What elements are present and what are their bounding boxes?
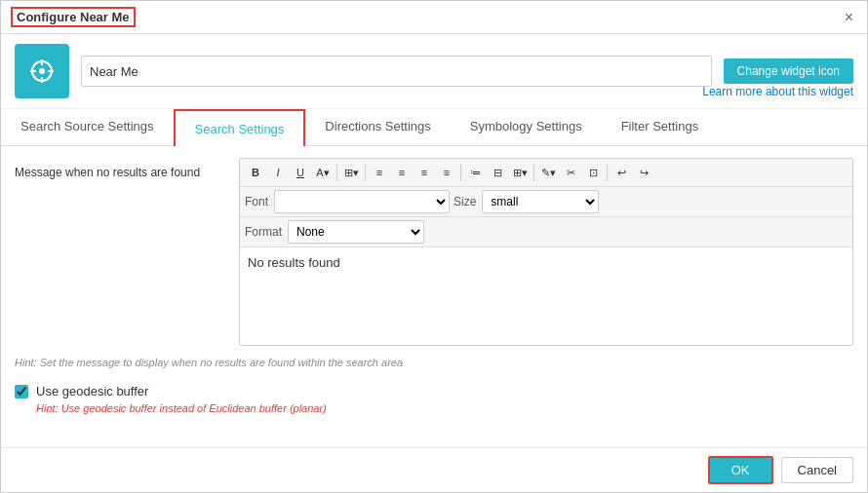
geodesic-hint: Hint: Use geodesic buffer instead of Euc… <box>36 402 853 414</box>
cancel-button[interactable]: Cancel <box>781 457 853 483</box>
underline-button[interactable]: U <box>290 162 311 183</box>
editor-body[interactable]: No results found <box>240 247 852 345</box>
undo-button[interactable]: ↩ <box>611 162 632 183</box>
font-label: Font <box>245 195 268 209</box>
edit-button[interactable]: ✎▾ <box>537 162 559 183</box>
message-row: Message when no results are found B I U … <box>15 158 853 346</box>
title-bar: Configure Near Me × <box>1 1 867 34</box>
geodesic-checkbox[interactable] <box>15 385 28 398</box>
font-color-button[interactable]: A▾ <box>312 162 334 183</box>
change-icon-button[interactable]: Change widget icon <box>724 58 853 84</box>
geodesic-label: Use geodesic buffer <box>36 384 148 398</box>
format-label: Format <box>245 225 282 239</box>
geodesic-check-row: Use geodesic buffer <box>15 384 853 398</box>
copy-button[interactable]: ⊡ <box>582 162 604 183</box>
outdent-button[interactable]: ⊞▾ <box>509 162 531 183</box>
learn-more-link[interactable]: Learn more about this widget <box>702 85 853 98</box>
message-label: Message when no results are found <box>15 158 229 179</box>
tab-symbology[interactable]: Symbology Settings <box>451 109 602 145</box>
tabs-bar: Search Source Settings Search Settings D… <box>1 109 867 146</box>
list-button[interactable]: ≔ <box>464 162 486 183</box>
ok-button[interactable]: OK <box>708 456 773 484</box>
dialog-title: Configure Near Me <box>11 7 136 27</box>
configure-near-me-dialog: Configure Near Me × Change widget icon L… <box>0 0 868 493</box>
size-select[interactable]: small <box>482 190 599 213</box>
sep5 <box>607 164 608 181</box>
geodesic-section: Use geodesic buffer Hint: Use geodesic b… <box>15 384 853 414</box>
align-right-button[interactable]: ≡ <box>414 162 435 183</box>
table-button[interactable]: ⊞▾ <box>340 162 362 183</box>
editor-row2: Font Size small <box>240 187 852 217</box>
italic-button[interactable]: I <box>267 162 289 183</box>
tab-directions[interactable]: Directions Settings <box>305 109 450 145</box>
sep2 <box>365 164 366 181</box>
svg-point-1 <box>39 68 45 74</box>
bold-button[interactable]: B <box>245 162 266 183</box>
align-justify-button[interactable]: ≡ <box>436 162 457 183</box>
font-select[interactable] <box>274 190 450 213</box>
indent-button[interactable]: ⊟ <box>487 162 508 183</box>
redo-button[interactable]: ↪ <box>633 162 654 183</box>
widget-header: Change widget icon Learn more about this… <box>1 34 867 109</box>
sep1 <box>336 164 337 181</box>
editor-hint: Hint: Set the message to display when no… <box>15 357 853 368</box>
widget-icon-box <box>15 44 69 98</box>
editor-container: B I U A▾ ⊞▾ ≡ ≡ ≡ ≡ ≔ ⊟ ⊞▾ ✎▾ <box>239 158 853 346</box>
sep4 <box>533 164 534 181</box>
tab-filter[interactable]: Filter Settings <box>602 109 718 145</box>
widget-name-input[interactable] <box>81 56 712 87</box>
format-select[interactable]: None <box>288 220 424 244</box>
close-button[interactable]: × <box>841 8 857 27</box>
tab-search-source[interactable]: Search Source Settings <box>1 109 174 145</box>
size-label: Size <box>454 195 476 209</box>
editor-row3: Format None <box>240 217 852 247</box>
align-left-button[interactable]: ≡ <box>369 162 390 183</box>
cut-button[interactable]: ✂ <box>560 162 581 183</box>
content-area: Message when no results are found B I U … <box>1 146 867 447</box>
align-center-button[interactable]: ≡ <box>391 162 413 183</box>
near-me-icon <box>26 56 58 87</box>
footer: OK Cancel <box>1 447 867 492</box>
sep3 <box>460 164 461 181</box>
editor-toolbar: B I U A▾ ⊞▾ ≡ ≡ ≡ ≡ ≔ ⊟ ⊞▾ ✎▾ <box>240 159 852 187</box>
tab-search-settings[interactable]: Search Settings <box>174 109 306 146</box>
